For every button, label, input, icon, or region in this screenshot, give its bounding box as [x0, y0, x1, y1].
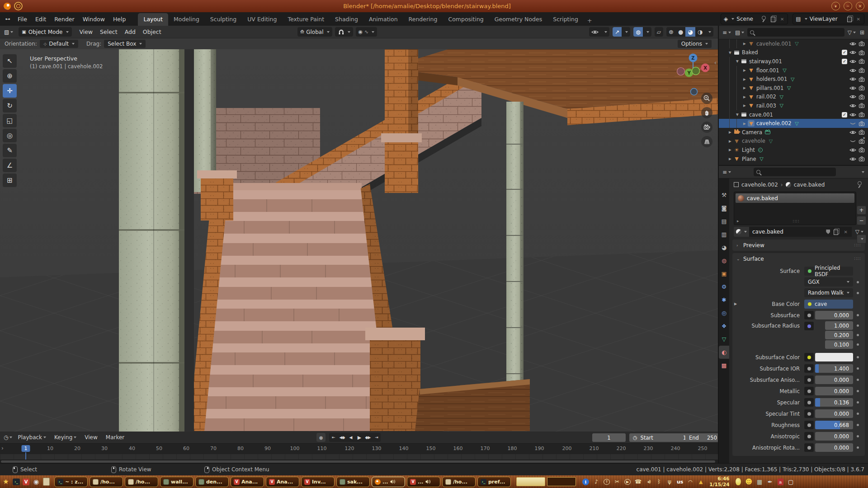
subsurface-slider[interactable]: 0.000 [815, 311, 853, 319]
expand-arrow-icon[interactable] [727, 157, 733, 161]
decorator-dot[interactable] [854, 379, 861, 381]
decorator-dot[interactable] [854, 435, 861, 437]
decorator-dot[interactable] [854, 413, 861, 415]
input-socket-button[interactable] [804, 421, 814, 429]
solid-shading-button[interactable]: ● [676, 27, 685, 37]
navigation-gizmo[interactable]: Z X Y [675, 52, 711, 87]
render-visibility-icon[interactable] [859, 147, 865, 153]
sidebar-collapse-arrow[interactable]: ‹ [714, 59, 717, 66]
decorator-dot[interactable] [854, 292, 861, 294]
launcher-icon[interactable] [43, 478, 50, 486]
decorator-dot[interactable] [854, 367, 861, 370]
tray-icon[interactable]: ▶ [624, 479, 631, 485]
workspace-tab[interactable]: Modeling [168, 13, 205, 26]
properties-tab[interactable]: ◎ [719, 306, 729, 319]
taskbar-app-icon[interactable]: ▢ [788, 479, 794, 485]
expand-arrow-icon[interactable] [734, 59, 741, 63]
viewport-tool-button[interactable]: ↻ [3, 99, 17, 113]
outliner-row[interactable]: pillars.001 [719, 84, 868, 93]
close-icon[interactable]: ✕ [856, 17, 861, 22]
input-socket-button[interactable] [804, 387, 814, 395]
properties-tab[interactable]: ❖ [719, 319, 729, 333]
outliner-row[interactable]: Camera [719, 128, 868, 137]
workspace-tab[interactable]: UV Editing [242, 13, 282, 26]
properties-editor-icon[interactable]: ≡ [722, 169, 732, 176]
add-workspace-button[interactable]: + [584, 15, 596, 26]
properties-tab[interactable]: ✱ [719, 293, 729, 306]
input-socket-button[interactable] [804, 311, 814, 319]
expand-arrow-icon[interactable] [734, 113, 741, 117]
viewport-menu[interactable]: Add [121, 27, 139, 37]
transform-orientation-dropdown[interactable]: ⟰ Global [297, 27, 332, 37]
property-slider[interactable]: 0.668 [815, 421, 853, 429]
outliner-row[interactable]: rail.002 [719, 93, 868, 102]
input-socket-button[interactable] [804, 432, 814, 441]
expand-arrow-icon[interactable] [741, 42, 748, 46]
workspace-tab[interactable]: Layout [138, 13, 168, 26]
tray-icon[interactable]: ◠ [687, 479, 693, 485]
timeline-expand-arrow[interactable]: › [1, 445, 4, 451]
tray-icon[interactable]: i [582, 479, 589, 485]
viewport-tool-button[interactable]: ◱ [3, 114, 17, 127]
expand-arrow-icon[interactable]: ▶ [732, 302, 739, 306]
mode-dropdown[interactable]: ▣ Object Mode [19, 27, 72, 37]
eye-closed-icon[interactable] [849, 121, 856, 126]
subsurface-radius-slider[interactable]: 0.200 [825, 331, 853, 339]
current-frame-badge[interactable]: 1 [22, 445, 30, 452]
expand-arrow-icon[interactable] [741, 122, 748, 126]
render-visibility-icon[interactable] [859, 41, 865, 47]
properties-tab[interactable]: ◍ [719, 254, 729, 267]
property-slider[interactable]: 1.400 [815, 364, 853, 373]
copy-material-icon[interactable] [834, 230, 838, 235]
decorator-dot[interactable] [854, 424, 861, 426]
expand-arrow-icon[interactable] [741, 86, 748, 90]
taskbar-app-icon[interactable]: ▦ [756, 479, 763, 485]
panel-grip-icon[interactable] [854, 256, 861, 261]
launcher-icon[interactable] [13, 479, 20, 485]
outliner-search-input[interactable] [747, 28, 844, 37]
eye-open-icon[interactable] [849, 112, 856, 117]
timeline-track[interactable] [0, 454, 718, 460]
viewport-tool-button[interactable]: ↖ [3, 54, 17, 68]
collection-checkbox[interactable] [842, 50, 847, 55]
outliner-row[interactable]: cave.001 [719, 110, 868, 119]
property-slider[interactable]: 0.000 [815, 375, 853, 384]
visibility-dropdown[interactable] [589, 27, 609, 37]
grid-ortho-icon[interactable] [701, 136, 712, 147]
render-visibility-icon[interactable] [859, 67, 865, 73]
properties-tab[interactable]: ▣ [719, 267, 729, 280]
workspace-tab[interactable]: Animation [363, 13, 403, 26]
taskbar-app-icon[interactable]: ☻ [745, 478, 753, 486]
options-button[interactable]: Options [678, 40, 712, 48]
proportional-editing-toggle[interactable]: ◉ ∿ [356, 27, 377, 37]
input-socket-button[interactable] [804, 364, 814, 373]
taskbar-window-button[interactable]: pref... [477, 477, 511, 487]
topbar-menu[interactable]: Edit [31, 14, 50, 24]
decorator-dot[interactable] [854, 390, 861, 392]
taskbar-window-button[interactable]: wall... [160, 477, 193, 487]
input-socket-button[interactable] [804, 409, 814, 418]
viewport-tool-button[interactable]: ✎ [3, 144, 17, 157]
overlays-toggle[interactable]: ◍ [633, 27, 651, 37]
outliner-row[interactable]: Light [719, 145, 868, 155]
render-visibility-icon[interactable] [859, 156, 865, 162]
unlink-material-icon[interactable]: ✕ [843, 230, 848, 235]
decorator-dot[interactable] [854, 343, 861, 346]
properties-tab[interactable]: ▩ [719, 359, 729, 372]
decorator-dot[interactable] [854, 356, 861, 358]
viewport-tool-button[interactable]: ◎ [3, 129, 17, 142]
window-menu-button[interactable]: ▾ [831, 2, 840, 10]
expand-arrow-icon[interactable] [727, 51, 733, 55]
eye-open-icon[interactable] [849, 85, 856, 91]
viewport-canvas[interactable]: User Perspective (1) cave.001 | cavehole… [0, 49, 718, 432]
expand-arrow-icon[interactable] [741, 103, 748, 108]
blender-menu-logo-icon[interactable]: ꕹ [4, 15, 12, 23]
taskbar-window-button[interactable]: /ho... [125, 477, 158, 487]
outliner-row[interactable]: stairway.001 [719, 57, 868, 66]
taskbar-window-button[interactable]: Ana... [266, 477, 299, 487]
taskbar-clock[interactable]: 6:46 1/15/24 [709, 476, 729, 487]
workspace-tab[interactable]: Geometry Nodes [489, 13, 547, 26]
render-visibility-icon[interactable] [859, 94, 865, 100]
render-visibility-icon[interactable] [859, 138, 865, 144]
render-visibility-icon[interactable] [859, 76, 865, 82]
